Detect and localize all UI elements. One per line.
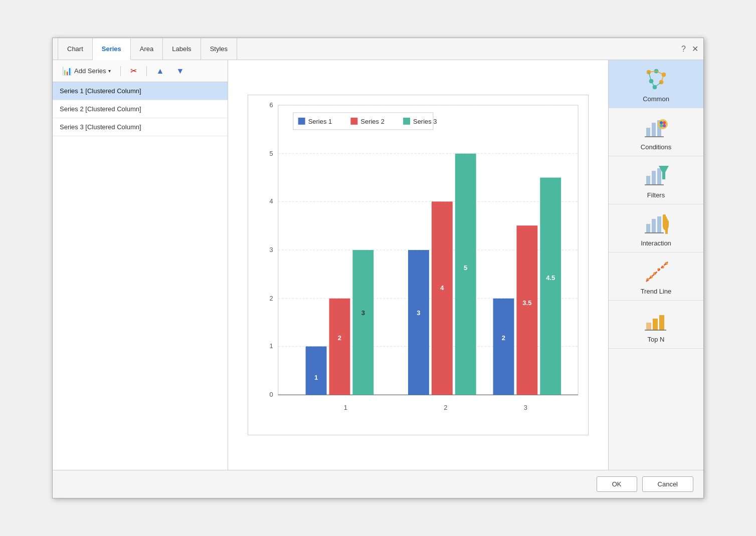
svg-text:0: 0 [270,391,273,398]
common-icon [644,67,669,92]
cancel-button[interactable]: Cancel [642,476,693,492]
svg-rect-71 [652,219,656,233]
series-list: Series 1 [Clustered Column] Series 2 [Cl… [53,82,228,470]
right-panel: Common [608,60,703,470]
right-item-filters[interactable]: Filters [609,156,703,204]
close-icon[interactable]: ✕ [692,44,698,54]
toolbar-divider-2 [146,66,147,76]
chart-svg: 6 5 4 3 2 1 0 1 2 3 1 2 [248,95,589,435]
svg-rect-57 [652,123,656,137]
svg-text:4: 4 [440,284,444,292]
topn-icon [644,308,669,333]
left-panel: 📊 Add Series ▾ ✂ ▲ ▼ Series 1 [Clustered… [53,60,228,470]
dialog: Chart Series Area Labels Styles ? ✕ 📊 Ad… [52,38,704,498]
svg-text:4.5: 4.5 [546,274,555,282]
interaction-label: Interaction [641,239,671,247]
svg-rect-56 [646,128,650,137]
chart-icon: 📊 [62,66,72,76]
filters-label: Filters [647,191,665,199]
svg-line-55 [655,82,661,87]
svg-rect-83 [659,315,664,330]
svg-rect-81 [646,323,651,330]
filters-icon [644,163,669,188]
conditions-icon [644,115,669,140]
series-item-2[interactable]: Series 2 [Clustered Column] [53,100,228,118]
svg-rect-19 [306,347,327,395]
right-item-trendline[interactable]: Trend Line [609,252,703,301]
series-item-3[interactable]: Series 3 [Clustered Column] [53,118,228,136]
footer: OK Cancel [53,470,703,498]
svg-rect-41 [403,118,410,125]
delete-series-button[interactable]: ✂ [126,64,141,78]
svg-rect-29 [455,154,476,395]
move-down-button[interactable]: ▼ [171,65,188,78]
svg-text:3: 3 [417,309,420,317]
svg-point-60 [658,119,668,129]
common-label: Common [643,95,669,103]
ok-button[interactable]: OK [597,476,637,492]
right-item-topn[interactable]: Top N [609,301,703,349]
topn-label: Top N [648,336,665,343]
svg-text:3: 3 [524,404,527,411]
trendline-label: Trend Line [641,288,672,295]
svg-point-64 [663,124,666,127]
svg-rect-33 [516,225,537,395]
svg-text:1: 1 [344,404,347,411]
conditions-label: Conditions [641,143,671,151]
svg-rect-82 [653,319,658,330]
svg-rect-66 [652,171,656,185]
help-icon[interactable]: ? [681,45,686,54]
svg-text:2: 2 [502,334,505,342]
svg-text:6: 6 [270,101,273,109]
svg-text:Series 2: Series 2 [360,118,385,125]
tab-labels[interactable]: Labels [163,38,201,60]
svg-rect-70 [646,224,650,233]
svg-rect-35 [540,178,561,395]
tab-actions: ? ✕ [681,44,698,54]
svg-rect-31 [493,299,514,395]
content-area: 📊 Add Series ▾ ✂ ▲ ▼ Series 1 [Clustered… [53,60,703,470]
svg-text:3: 3 [361,309,365,317]
tab-chart[interactable]: Chart [58,38,93,60]
svg-text:5: 5 [270,150,273,157]
svg-text:4: 4 [270,197,273,205]
svg-text:Series 3: Series 3 [413,118,437,125]
svg-rect-39 [350,118,357,125]
svg-rect-21 [329,299,350,395]
chart-area: 6 5 4 3 2 1 0 1 2 3 1 2 [228,60,608,470]
svg-rect-37 [298,118,305,125]
add-series-button[interactable]: 📊 Add Series ▾ [58,64,115,78]
svg-rect-27 [432,201,453,395]
tab-series[interactable]: Series [93,39,131,60]
interaction-icon [644,211,669,236]
tab-bar: Chart Series Area Labels Styles ? ✕ [53,38,703,60]
trendline-icon [644,259,669,285]
svg-point-62 [663,121,666,124]
svg-rect-72 [657,216,661,233]
svg-point-63 [660,124,663,127]
series-item-1[interactable]: Series 1 [Clustered Column] [53,82,228,100]
svg-text:2: 2 [444,404,447,411]
add-series-label: Add Series [74,67,106,75]
move-up-button[interactable]: ▲ [152,65,169,78]
svg-rect-23 [352,250,373,395]
toolbar-divider [120,66,121,76]
svg-text:Series 1: Series 1 [308,118,332,125]
right-item-common[interactable]: Common [609,60,703,108]
svg-text:2: 2 [270,295,273,302]
svg-text:3: 3 [270,246,273,253]
right-item-interaction[interactable]: Interaction [609,204,703,252]
svg-text:3.5: 3.5 [522,299,531,307]
svg-rect-25 [408,250,429,395]
dropdown-arrow-icon: ▾ [108,68,111,74]
svg-point-61 [660,121,663,124]
svg-text:5: 5 [464,264,467,272]
tab-styles[interactable]: Styles [201,38,237,60]
svg-text:1: 1 [270,343,273,350]
tab-area[interactable]: Area [131,38,163,60]
svg-text:1: 1 [314,374,318,381]
svg-rect-65 [646,176,650,185]
svg-rect-67 [657,168,661,185]
svg-line-80 [646,262,668,282]
right-item-conditions[interactable]: Conditions [609,108,703,156]
